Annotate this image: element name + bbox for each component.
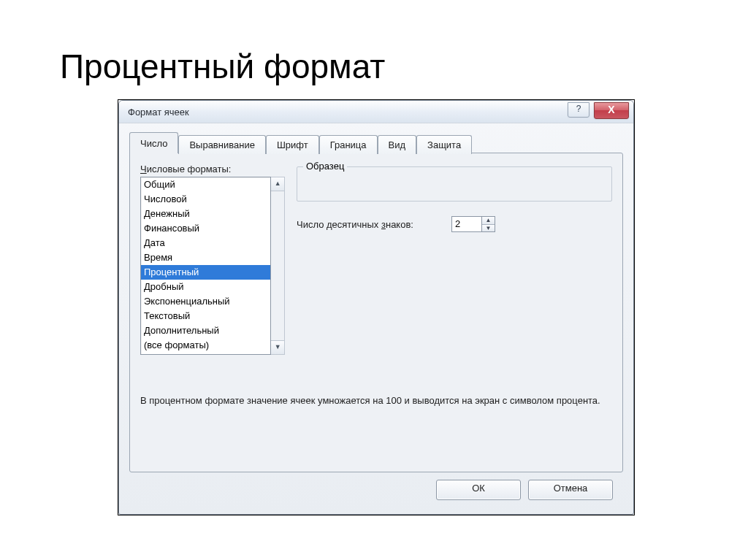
listbox-scrollbar[interactable]: ▲ ▼	[271, 177, 285, 355]
sample-groupbox: Образец	[297, 166, 612, 202]
format-description: В процентном формате значение ячеек умно…	[140, 394, 612, 461]
list-item[interactable]: Текстовый	[141, 309, 270, 323]
list-item[interactable]: Дополнительный	[141, 323, 270, 338]
tab-view[interactable]: Вид	[378, 135, 417, 154]
tab-border[interactable]: Граница	[319, 135, 378, 154]
tab-font[interactable]: Шрифт	[266, 135, 319, 154]
list-item[interactable]: Дата	[141, 236, 270, 250]
tab-alignment[interactable]: Выравнивание	[178, 135, 265, 154]
help-button[interactable]: ?	[568, 102, 589, 118]
cancel-button[interactable]: Отмена	[528, 480, 613, 500]
dialog-body: Число Выравнивание Шрифт Граница Вид Защ…	[119, 123, 633, 507]
decimal-label-post: наков:	[386, 219, 413, 230]
number-formats-listbox[interactable]: Общий Числовой Денежный Финансовый Дата …	[140, 177, 271, 355]
list-item[interactable]: Общий	[141, 177, 270, 192]
tab-strip: Число Выравнивание Шрифт Граница Вид Защ…	[129, 132, 623, 153]
sample-groupbox-title: Образец	[303, 161, 347, 172]
dialog-title: Формат ячеек	[128, 107, 189, 118]
list-item[interactable]: Время	[141, 250, 270, 265]
list-item-selected[interactable]: Процентный	[141, 265, 270, 280]
decimal-places-row: Число десятичных знаков: 2 ▲ ▼	[297, 216, 612, 232]
dialog-window: Формат ячеек ? X Число Выравнивание Шриф…	[118, 99, 635, 515]
decimal-places-spinner[interactable]: 2 ▲ ▼	[451, 216, 495, 232]
list-item[interactable]: Числовой	[141, 192, 270, 207]
dialog-button-row: ОК Отмена	[129, 472, 623, 500]
dialog-frame: Формат ячеек ? X Число Выравнивание Шриф…	[118, 100, 634, 515]
ok-button[interactable]: ОК	[436, 480, 521, 500]
list-item[interactable]: Финансовый	[141, 221, 270, 236]
format-options-area: Образец Число десятичных знаков: 2 ▲ ▼	[297, 161, 612, 232]
decimal-places-input[interactable]: 2	[451, 216, 482, 232]
tab-number[interactable]: Число	[129, 132, 178, 153]
scroll-down-icon[interactable]: ▼	[271, 340, 284, 354]
number-formats-listbox-wrap: Общий Числовой Денежный Финансовый Дата …	[140, 177, 285, 355]
tab-protection[interactable]: Защита	[416, 135, 472, 154]
list-item[interactable]: Экспоненциальный	[141, 294, 270, 309]
decimal-places-label: Число десятичных знаков:	[297, 219, 413, 230]
decimal-label-pre: Число десятичных	[297, 219, 381, 230]
spinner-down-icon[interactable]: ▼	[482, 224, 495, 232]
slide-title: Процентный формат	[60, 47, 385, 86]
scroll-up-icon[interactable]: ▲	[271, 177, 284, 191]
list-item[interactable]: (все форматы)	[141, 338, 270, 353]
list-item[interactable]: Дробный	[141, 280, 270, 294]
list-item[interactable]: Денежный	[141, 207, 270, 221]
close-button[interactable]: X	[594, 102, 629, 119]
spinner-up-icon[interactable]: ▲	[482, 217, 495, 224]
tab-panel-number: Числовые форматы: Общий Числовой Денежны…	[129, 153, 623, 472]
spinner-arrows: ▲ ▼	[482, 216, 495, 232]
window-controls: ? X	[568, 101, 629, 119]
titlebar: Формат ячеек ? X	[119, 101, 633, 123]
